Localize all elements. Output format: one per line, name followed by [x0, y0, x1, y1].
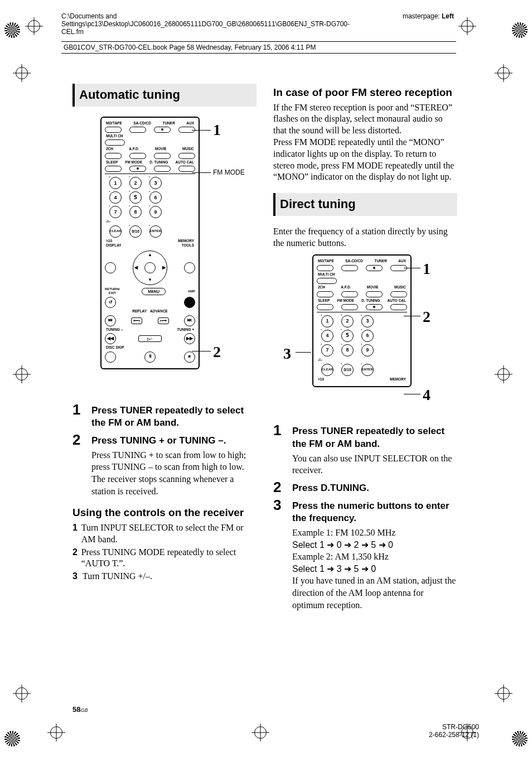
crop-mark-icon	[497, 687, 510, 700]
remote-outline-small: MD/TAPE SA-CD/CD TUNER AUX MULTI CH 2CH …	[312, 254, 412, 387]
remote-outline: MD/TAPE SA-CD/CD TUNER AUX MULTI CH 2CH …	[100, 117, 200, 369]
crop-mark-icon	[50, 726, 62, 739]
section-automatic-tuning: Automatic tuning	[72, 84, 257, 107]
dstep-3: 3 Press the numeric buttons to enter the…	[273, 498, 457, 611]
callout-1: 1	[213, 120, 221, 140]
remote-diagram-auto: MD/TAPE SA-CD/CD TUNER AUX MULTI CH 2CH …	[72, 117, 257, 396]
step-1: 1 Press TUNER repeatedly to select the F…	[72, 402, 257, 429]
callout-d3: 3	[283, 344, 291, 364]
callout-d1: 1	[423, 259, 431, 279]
file-path: C:\Documents and Settings\pc13\Desktop\J…	[61, 12, 351, 36]
register-mark-icon	[4, 731, 20, 746]
right-column: In case of poor FM stereo reception If t…	[273, 84, 457, 612]
register-mark-icon	[512, 22, 528, 38]
controls-list: 1Turn INPUT SELECTOR to select the FM or…	[72, 522, 257, 582]
left-column: Automatic tuning MD/TAPE SA-CD/CD TUNER …	[72, 84, 257, 612]
dpad-icon: ▲▼◀▶	[133, 251, 167, 285]
section-direct-tuning: Direct tuning	[273, 193, 457, 216]
subheading-poor-reception: In case of poor FM stereo reception	[273, 86, 457, 100]
crop-mark-icon	[254, 726, 267, 739]
dstep-2: 2 Press D.TUNING.	[273, 480, 457, 494]
callout-d4: 4	[423, 385, 431, 405]
page-number: 58GB	[72, 705, 88, 714]
remote-diagram-direct: MD/TAPE SA-CD/CD TUNER AUX MULTI CH 2CH …	[273, 254, 457, 416]
step-2: 2 Press TUNING + or TUNING –. Press TUNI…	[72, 432, 257, 497]
callout-2: 2	[213, 342, 221, 362]
footer-model: STR-DG500 2-662-258-12 (1)	[429, 723, 479, 739]
callout-fm-mode: FM MODE	[213, 168, 245, 177]
dstep-1: 1 Press TUNER repeatedly to select the F…	[273, 423, 457, 476]
book-line: GB01COV_STR-DG700-CEL.book Page 58 Wedne…	[61, 41, 456, 54]
crop-mark-icon	[28, 20, 40, 32]
step-2-body: Press TUNING + to scan from low to high;…	[91, 449, 257, 497]
subheading-controls: Using the controls on the receiver	[72, 506, 257, 520]
poor-reception-body: If the FM stereo reception is poor and “…	[273, 102, 457, 184]
crop-mark-icon	[16, 368, 28, 380]
register-mark-icon	[512, 731, 528, 746]
masterpage-label: masterpage: Left	[403, 12, 454, 20]
crop-mark-icon	[497, 67, 510, 79]
dstep-3-body: Example 1: FM 102.50 MHz Select 1 ➜ 0 ➜ …	[292, 527, 457, 611]
crop-mark-icon	[16, 687, 28, 700]
direct-intro: Enter the frequency of a station directl…	[273, 226, 457, 249]
page-header: C:\Documents and Settings\pc13\Desktop\J…	[61, 12, 476, 54]
register-mark-icon	[4, 22, 20, 38]
crop-mark-icon	[16, 67, 28, 79]
crop-mark-icon	[497, 368, 510, 380]
callout-d2: 2	[423, 307, 431, 327]
